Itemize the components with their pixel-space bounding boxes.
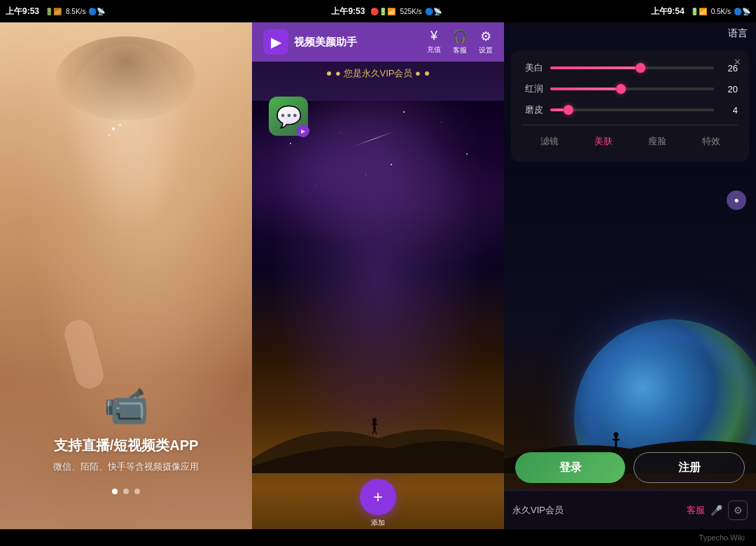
recharge-label: 充值 [427, 45, 441, 55]
attribution-bar: Typecho.Wiki [0, 529, 756, 546]
svg-point-7 [614, 433, 619, 438]
dot-2 [123, 489, 129, 494]
svg-rect-1 [373, 421, 376, 430]
status-icons-3: 🔋📶 [690, 8, 707, 15]
rosy-slider-row: 红润 20 [522, 83, 738, 95]
attribution-text: Typecho.Wiki [699, 533, 745, 542]
tab-effects[interactable]: 特效 [684, 132, 738, 150]
app-name-label: 视频美颜助手 [294, 36, 421, 49]
intro-subtitle: 微信、陌陌、快手等含视频摄像应用 [14, 461, 238, 473]
vip-status-label: 永久VIP会员 [512, 504, 681, 517]
sparkle-2 [119, 124, 121, 126]
status-icons-1: 🔋📶 [45, 8, 62, 15]
beauty-close-button[interactable]: × [734, 56, 741, 69]
login-button[interactable]: 登录 [515, 452, 625, 483]
language-button[interactable]: 语言 [728, 27, 748, 40]
whitening-fill [550, 66, 636, 69]
rosy-track[interactable] [550, 88, 714, 90]
page-dots [0, 489, 252, 494]
vip-badge: ● 您是永久VIP会员 ● [252, 62, 504, 85]
panel-intro: 📹 支持直播/短视频类APP 微信、陌陌、快手等含视频摄像应用 [0, 22, 252, 529]
network-icons-3: 🔵📡 [734, 8, 750, 15]
whitening-label: 美白 [522, 62, 543, 74]
shooting-star [354, 132, 394, 146]
tab-filter[interactable]: 滤镜 [522, 132, 576, 150]
rosy-fill [550, 88, 616, 90]
smoothing-fill [550, 108, 564, 111]
earth-background [504, 235, 756, 473]
settings-small-button[interactable]: ⚙ [728, 500, 748, 520]
network-speed-3: 0.5K/s [711, 8, 731, 15]
sparkle-3 [108, 134, 110, 136]
settings-button[interactable]: ⚙ 设置 [479, 29, 493, 55]
dot-3 [134, 489, 140, 494]
whitening-thumb[interactable] [636, 63, 645, 73]
bottom-status-bar: 永久VIP会员 客服 🎤 ⚙ [504, 490, 756, 529]
desert-bg [252, 333, 504, 473]
gear-icon: ⚙ [480, 29, 491, 44]
time-2: 上午9:53 [331, 6, 365, 18]
app-header: ▶ 视频美颜助手 ¥ 充值 🎧 客服 ⚙ 设置 [252, 22, 504, 62]
dot-1 [112, 489, 118, 494]
network-speed-1: 8.5K/s [66, 8, 85, 15]
network-icons-2: 🔵📡 [425, 8, 442, 15]
network-icons-1: 🔵📡 [88, 8, 105, 15]
rosy-thumb[interactable] [616, 84, 626, 94]
plus-icon: + [373, 489, 383, 505]
whitening-track[interactable] [550, 66, 714, 69]
add-label: 添加 [371, 518, 385, 528]
sparkle-1 [112, 127, 115, 130]
smoothing-track[interactable] [550, 108, 714, 111]
camera-icon: 📹 [14, 385, 238, 428]
settings-label: 设置 [479, 46, 493, 55]
register-button[interactable]: 注册 [634, 452, 745, 483]
whitening-slider-row: 美白 26 [522, 62, 738, 74]
customer-label: 客服 [453, 46, 467, 55]
customer-service-link[interactable]: 客服 [687, 504, 705, 517]
panel-beauty: 语言 × 美白 [504, 22, 756, 529]
app-picker-body: ● 您是永久VIP会员 ● 💬 ▶ 微信 [252, 62, 504, 529]
vip-dot-left [327, 71, 331, 76]
stars-layer [252, 101, 504, 311]
panel3-topbar: 语言 [504, 22, 756, 45]
svg-point-2 [372, 418, 377, 422]
recharge-button[interactable]: ¥ 充值 [427, 29, 441, 55]
status-icons-2: 🔴🔋📶 [370, 8, 396, 15]
network-speed-2: 525K/s [400, 8, 421, 15]
vip-dot-right [425, 71, 429, 76]
tab-slim-face[interactable]: 瘦脸 [630, 132, 684, 150]
time-3: 上午9:54 [651, 6, 685, 18]
app-logo-icon: ▶ [263, 29, 288, 55]
headset-icon: 🎧 [452, 29, 468, 44]
smoothing-value: 4 [721, 105, 738, 115]
mic-icon: 🎤 [710, 505, 722, 516]
smoothing-slider-row: 磨皮 4 [522, 104, 738, 116]
intro-content: 📹 支持直播/短视频类APP 微信、陌陌、快手等含视频摄像应用 [0, 385, 252, 473]
panel-app-picker: ▶ 视频美颜助手 ¥ 充值 🎧 客服 ⚙ 设置 [252, 22, 504, 529]
customer-service-button[interactable]: 🎧 客服 [452, 29, 468, 55]
beauty-controls-panel: × 美白 26 红润 20 磨 [511, 50, 749, 162]
vip-text: ● 您是永久VIP会员 ● [335, 67, 421, 80]
add-app-button[interactable]: + 添加 [360, 479, 396, 515]
settings-small-icon: ⚙ [734, 505, 743, 516]
action-buttons-area: 登录 注册 [504, 445, 756, 490]
intro-title: 支持直播/短视频类APP [14, 436, 238, 455]
smoothing-label: 磨皮 [522, 104, 543, 116]
rosy-label: 红润 [522, 83, 543, 95]
time-1: 上午9:53 [6, 6, 39, 18]
hair-highlight [56, 36, 196, 120]
smoothing-thumb[interactable] [564, 105, 573, 115]
tab-beauty-skin[interactable]: 美肤 [576, 132, 630, 150]
rosy-value: 20 [721, 84, 738, 94]
yen-icon: ¥ [430, 29, 438, 43]
floating-toggle[interactable]: ● [727, 190, 746, 210]
beauty-tabs: 滤镜 美肤 瘦脸 特效 [522, 125, 738, 150]
header-actions: ¥ 充值 🎧 客服 ⚙ 设置 [427, 29, 493, 55]
